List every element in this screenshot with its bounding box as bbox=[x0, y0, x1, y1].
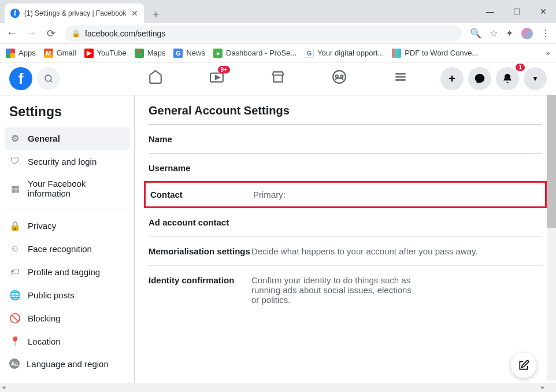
shield-icon: 🛡 bbox=[9, 156, 21, 167]
pdf-icon bbox=[392, 49, 401, 58]
groups-icon[interactable] bbox=[332, 69, 347, 88]
maps-icon: 📍 bbox=[135, 49, 144, 58]
apps-icon bbox=[6, 49, 15, 58]
tag-icon: 🏷 bbox=[9, 266, 21, 278]
tab-title: (1) Settings & privacy | Facebook bbox=[24, 9, 127, 17]
row-username[interactable]: Username bbox=[149, 154, 542, 183]
row-contact[interactable]: Contact Primary: bbox=[144, 181, 547, 208]
row-identity-confirmation[interactable]: Identity confirmation Confirm your ident… bbox=[149, 266, 542, 314]
dashboard-icon: ● bbox=[213, 49, 223, 58]
messenger-button[interactable] bbox=[468, 67, 491, 90]
forward-button[interactable]: → bbox=[25, 27, 37, 39]
bookmark-maps[interactable]: 📍Maps bbox=[135, 49, 166, 58]
bookmark-gmail[interactable]: MGmail bbox=[44, 49, 76, 58]
home-icon[interactable] bbox=[148, 69, 163, 88]
row-label: Identity confirmation bbox=[149, 275, 251, 305]
extensions-icon[interactable]: ✦ bbox=[506, 28, 513, 39]
bookmark-star-icon[interactable]: ☆ bbox=[490, 28, 498, 39]
row-memorialisation[interactable]: Memorialisation settings Decide what hap… bbox=[149, 237, 542, 266]
lock-icon: 🔒 bbox=[9, 220, 21, 231]
bookmark-news[interactable]: GNews bbox=[173, 49, 205, 58]
settings-main: General Account Settings Name Username C… bbox=[134, 95, 556, 392]
facebook-logo[interactable]: f bbox=[9, 67, 32, 90]
marketplace-icon[interactable] bbox=[270, 69, 286, 88]
svg-point-4 bbox=[333, 71, 346, 83]
bookmark-youtube[interactable]: ▶YouTube bbox=[84, 49, 127, 58]
create-button[interactable]: + bbox=[440, 67, 464, 90]
window-controls: — ☐ ✕ bbox=[482, 0, 551, 23]
row-label: Ad account contact bbox=[149, 217, 251, 227]
browser-menu-icon[interactable]: ⋮ bbox=[541, 28, 550, 39]
browser-tab-strip: f (1) Settings & privacy | Facebook ✕ + … bbox=[0, 0, 556, 23]
profile-avatar[interactable] bbox=[521, 28, 533, 39]
svg-marker-3 bbox=[216, 76, 220, 80]
row-label: Memorialisation settings bbox=[149, 246, 251, 256]
watch-badge: 9+ bbox=[218, 66, 230, 73]
row-name[interactable]: Name bbox=[149, 125, 542, 154]
account-menu-button[interactable]: ▼ bbox=[524, 67, 547, 90]
location-icon: 📍 bbox=[9, 335, 21, 347]
reload-button[interactable]: ⟳ bbox=[45, 27, 57, 40]
close-window-button[interactable]: ✕ bbox=[535, 3, 551, 20]
block-icon: 🚫 bbox=[9, 312, 21, 324]
row-ad-account-contact[interactable]: Ad account contact bbox=[149, 208, 542, 237]
sidebar-item-public-posts[interactable]: 🌐Public posts bbox=[5, 283, 129, 306]
sidebar-item-general[interactable]: ⚙General bbox=[5, 127, 129, 150]
sidebar-item-blocking[interactable]: 🚫Blocking bbox=[5, 306, 129, 330]
bookmark-apps[interactable]: Apps bbox=[6, 49, 36, 58]
sidebar-item-language[interactable]: AaLanguage and region bbox=[5, 353, 129, 375]
maximize-button[interactable]: ☐ bbox=[509, 3, 525, 20]
svg-point-5 bbox=[336, 75, 338, 77]
bookmark-google[interactable]: GYour digital opport... bbox=[305, 49, 384, 58]
compose-fab[interactable] bbox=[511, 353, 536, 378]
row-value: Confirm your identity to do things such … bbox=[251, 275, 413, 305]
sidebar-item-your-information[interactable]: ▦Your Facebook information bbox=[5, 173, 129, 204]
grid-icon: ▦ bbox=[9, 183, 21, 194]
sidebar-item-profile-tagging[interactable]: 🏷Profile and tagging bbox=[5, 260, 129, 283]
zoom-icon[interactable]: 🔍 bbox=[470, 28, 481, 39]
sidebar-item-privacy[interactable]: 🔒Privacy bbox=[5, 214, 129, 237]
minimize-button[interactable]: — bbox=[482, 3, 498, 20]
address-bar: ← → ⟳ 🔒 facebook.com/settings 🔍 ☆ ✦ ⋮ bbox=[0, 23, 556, 44]
sidebar-item-location[interactable]: 📍Location bbox=[5, 330, 129, 353]
facebook-center-nav: 9+ bbox=[148, 69, 408, 88]
news-icon: G bbox=[173, 49, 183, 58]
face-icon: ☺ bbox=[9, 243, 21, 254]
youtube-icon: ▶ bbox=[84, 49, 94, 58]
bookmarks-overflow-icon[interactable]: » bbox=[546, 49, 550, 57]
row-label: Name bbox=[149, 134, 251, 144]
facebook-header: f 9+ + 1 ▼ bbox=[0, 62, 556, 95]
browser-tab[interactable]: f (1) Settings & privacy | Facebook ✕ bbox=[5, 3, 144, 23]
watch-icon[interactable]: 9+ bbox=[209, 69, 224, 88]
url-text: facebook.com/settings bbox=[85, 29, 165, 38]
google-icon: G bbox=[305, 49, 314, 58]
close-tab-icon[interactable]: ✕ bbox=[131, 9, 138, 18]
svg-point-0 bbox=[45, 75, 51, 82]
row-value: Primary: bbox=[253, 190, 286, 199]
globe-icon: 🌐 bbox=[9, 289, 21, 301]
facebook-right-actions: + 1 ▼ bbox=[440, 67, 547, 90]
bookmarks-bar: Apps MGmail ▶YouTube 📍Maps GNews ●Dashbo… bbox=[0, 44, 556, 62]
notifications-button[interactable]: 1 bbox=[496, 67, 519, 90]
bookmark-pdf[interactable]: PDF to Word Conve... bbox=[392, 49, 478, 58]
row-value: Decide what happens to your account afte… bbox=[251, 246, 478, 256]
facebook-favicon: f bbox=[10, 9, 20, 18]
gear-icon: ⚙ bbox=[9, 132, 21, 144]
row-label: Username bbox=[149, 163, 251, 173]
search-button[interactable] bbox=[37, 67, 60, 90]
bookmark-dashboard[interactable]: ●Dashboard - ProSe... bbox=[213, 49, 296, 58]
settings-sidebar: Settings ⚙General 🛡Security and login ▦Y… bbox=[0, 95, 134, 392]
menu-icon[interactable] bbox=[393, 69, 408, 88]
new-tab-button[interactable]: + bbox=[149, 6, 164, 23]
horizontal-scrollbar[interactable] bbox=[0, 383, 556, 392]
sidebar-item-security[interactable]: 🛡Security and login bbox=[5, 150, 129, 173]
sidebar-item-face-recognition[interactable]: ☺Face recognition bbox=[5, 237, 129, 260]
back-button[interactable]: ← bbox=[6, 27, 17, 39]
sidebar-title: Settings bbox=[9, 104, 125, 120]
row-label: Contact bbox=[150, 190, 253, 199]
sidebar-divider bbox=[5, 209, 129, 209]
lock-icon: 🔒 bbox=[72, 29, 80, 38]
scrollbar-thumb[interactable] bbox=[547, 95, 556, 228]
url-field[interactable]: 🔒 facebook.com/settings bbox=[65, 25, 462, 42]
svg-point-6 bbox=[340, 75, 343, 77]
